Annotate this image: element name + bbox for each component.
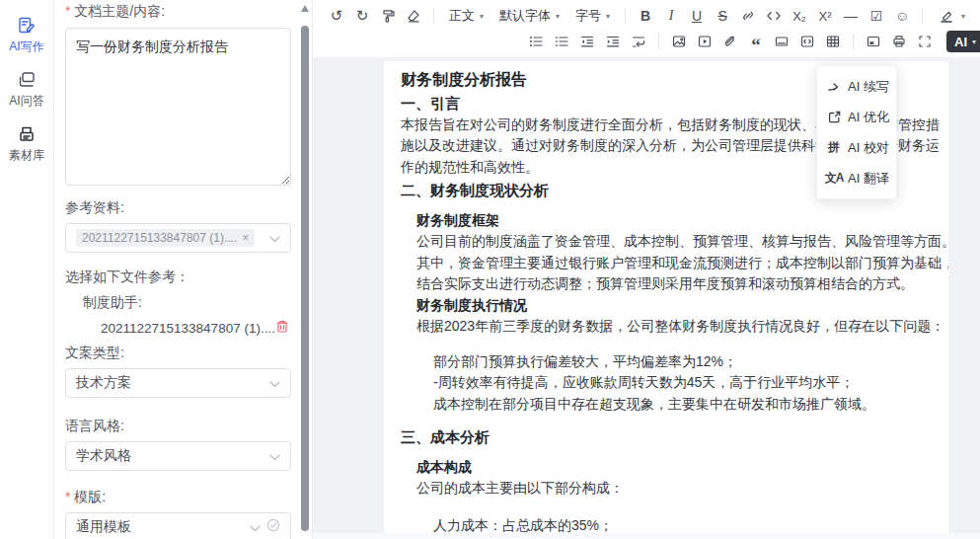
file-group-label: 制度助手: [65, 294, 291, 312]
template-select[interactable]: 通用模板 [65, 512, 291, 539]
language-style-label: 语言风格: [65, 418, 291, 435]
reference-tag: 2021122715133847807 (1)....× [76, 229, 255, 247]
reference-select[interactable]: 2021122715133847807 (1)....× [65, 223, 291, 253]
proofread-icon: 拼 [826, 140, 842, 156]
emoji-icon[interactable]: ☺ [890, 5, 914, 27]
doc-line: 部分部门预算执行偏差较大，平均偏差率为12%； [401, 351, 931, 373]
template-value: 通用模板 [76, 518, 244, 536]
scroll-up-arrow-icon[interactable] [301, 5, 309, 12]
inline-code-icon[interactable] [762, 5, 786, 27]
doc-line: 成本控制在部分项目中存在超支现象，主要集中在研发和市场推广领域。 [401, 394, 931, 416]
nav-label: 素材库 [9, 147, 44, 164]
nav-label: AI问答 [9, 93, 43, 110]
chevron-down-icon [269, 447, 280, 465]
doc-heading: 三、成本分析 [401, 426, 931, 448]
outdent-icon[interactable] [575, 31, 599, 52]
doc-subheading: 成本构成 [401, 457, 931, 479]
files-label: 选择如下文件参考： [65, 269, 291, 286]
doc-subheading: 财务制度执行情况 [401, 295, 931, 317]
format-painter-icon[interactable] [376, 5, 400, 27]
doc-line: 公司的成本主要由以下部分构成： [401, 478, 931, 500]
continue-icon [826, 79, 842, 95]
blockquote-icon[interactable]: “ [744, 31, 768, 52]
bullet-list-icon[interactable] [524, 31, 548, 52]
highlight-pen-icon [935, 5, 958, 27]
horizontal-rule-icon[interactable]: — [839, 5, 863, 27]
doc-edit-icon [17, 16, 37, 36]
page-setup-icon[interactable] [862, 31, 885, 52]
menu-item-ai-translate[interactable]: 文A AI 翻译 [817, 163, 896, 193]
doc-line: 结合实际支出进行动态调整；预算管理则采用年度预算和滚动预算相结合的方式。 [401, 273, 931, 295]
table-icon[interactable] [821, 31, 845, 52]
menu-item-ai-continue[interactable]: AI 续写 [817, 71, 896, 102]
nav-item-ai-writing[interactable]: AI写作 [0, 16, 53, 55]
font-size-select[interactable]: 字号▾ [568, 5, 617, 27]
doc-line: 其中，资金管理主要通过银行账户管理和现金流预测进行；成本控制以部门预算为基础， [401, 253, 931, 274]
ordered-list-icon[interactable] [550, 31, 573, 52]
attachment-icon[interactable] [718, 31, 742, 52]
check-circle-icon [266, 518, 280, 536]
line-break-icon[interactable] [627, 31, 650, 52]
scrollbar-thumb[interactable] [301, 26, 309, 531]
nav-item-material-library[interactable]: 素材库 [0, 124, 53, 164]
highlight-color-button[interactable]: ▾ [931, 5, 969, 27]
doc-line: 人力成本：占总成本的35%； [401, 515, 931, 534]
bold-button[interactable]: B [634, 5, 657, 27]
topic-label: 文档主题/内容: [65, 3, 291, 21]
language-style-value: 学术风格 [76, 447, 264, 465]
horizontal-scrollbar[interactable] [313, 533, 980, 539]
chat-icon [17, 70, 37, 90]
ai-menu-button[interactable]: AI▾ [946, 31, 980, 52]
fullscreen-icon[interactable] [913, 31, 937, 52]
translate-icon: 文A [826, 171, 842, 187]
nav-label: AI写作 [9, 38, 43, 55]
italic-button[interactable]: I [659, 5, 683, 27]
doc-type-select[interactable]: 技术方案 [65, 368, 291, 398]
editor-toolbar: ↺ ↻ 正文▾ 默认字体▾ 字号▾ B I U S X₂ X² [313, 0, 980, 57]
doc-line: 公司目前的制度涵盖了资金管理、成本控制、预算管理、核算与报告、风险管理等方面。 [401, 231, 931, 253]
delete-file-icon[interactable] [275, 319, 289, 337]
library-icon [17, 124, 37, 144]
doc-type-label: 文案类型: [65, 345, 291, 362]
redo-button[interactable]: ↻ [350, 5, 374, 27]
divider-block-icon[interactable] [770, 31, 793, 52]
underline-button[interactable]: U [685, 5, 709, 27]
doc-line: -周转效率有待提高，应收账款周转天数为45天，高于行业平均水平； [401, 372, 931, 394]
font-color-button[interactable]: A ▾ [971, 5, 980, 27]
nav-item-ai-qa[interactable]: AI问答 [0, 70, 53, 110]
optimize-icon [826, 110, 842, 125]
doc-type-value: 技术方案 [76, 374, 264, 392]
link-icon[interactable] [736, 5, 760, 27]
chevron-down-icon [250, 518, 261, 536]
subscript-button[interactable]: X₂ [788, 5, 811, 27]
nav-rail: AI写作 AI问答 素材库 [0, 0, 54, 539]
template-label: 模版: [65, 489, 291, 506]
indent-icon[interactable] [601, 31, 625, 52]
topic-input[interactable]: 写一份财务制度分析报告 [65, 28, 291, 186]
doc-line: 根据2023年前三季度的财务数据，公司整体财务制度执行情况良好，但存在以下问题： [401, 316, 931, 338]
font-color-icon: A [975, 5, 980, 27]
menu-item-ai-proofread[interactable]: 拼 AI 校对 [817, 132, 896, 163]
video-icon[interactable] [693, 31, 716, 52]
font-family-select[interactable]: 默认字体▾ [492, 5, 566, 27]
menu-item-ai-optimize[interactable]: AI 优化 [817, 102, 896, 132]
file-row: 2021122715133847807 (1).... [65, 319, 291, 337]
tag-remove-icon[interactable]: × [242, 231, 249, 245]
writing-form-panel: 文档主题/内容: 写一份财务制度分析报告 参考资料: 2021122715133… [55, 0, 299, 539]
file-name: 2021122715133847807 (1).... [101, 321, 275, 336]
code-block-icon[interactable] [795, 31, 819, 52]
doc-subheading: 财务制度框架 [401, 210, 931, 232]
panel-scrollbar[interactable] [299, 0, 312, 539]
task-list-icon[interactable]: ☑ [865, 5, 888, 27]
undo-button[interactable]: ↺ [325, 5, 348, 27]
superscript-button[interactable]: X² [813, 5, 837, 27]
image-icon[interactable] [667, 31, 691, 52]
reference-label: 参考资料: [65, 199, 291, 217]
eraser-icon[interactable] [402, 5, 425, 27]
print-icon[interactable] [887, 31, 911, 52]
paragraph-style-select[interactable]: 正文▾ [442, 5, 490, 27]
strikethrough-button[interactable]: S [711, 5, 734, 27]
language-style-select[interactable]: 学术风格 [65, 441, 291, 471]
chevron-down-icon [269, 229, 280, 247]
chevron-down-icon [269, 374, 280, 392]
